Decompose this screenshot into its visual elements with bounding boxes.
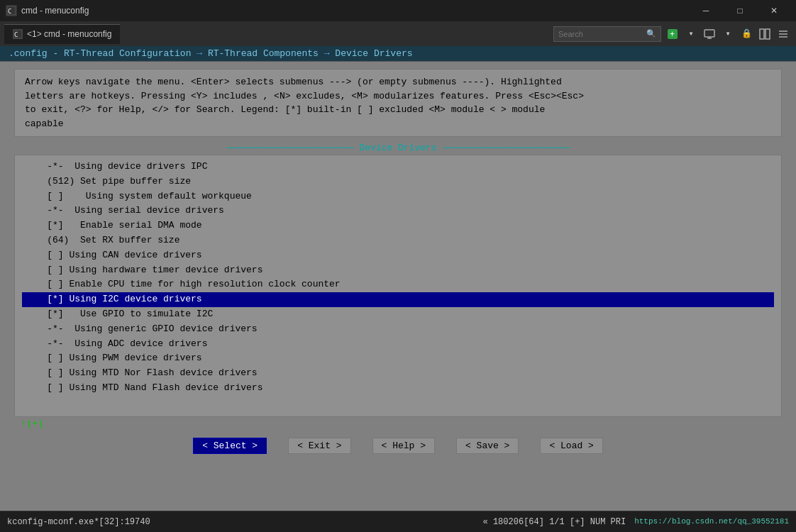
add-button[interactable]: +: [664, 26, 681, 43]
menu-item[interactable]: [*] Enable serial DMA mode: [22, 218, 774, 233]
close-button[interactable]: ✕: [758, 0, 790, 21]
search-bar[interactable]: 🔍: [553, 26, 661, 42]
drivers-text: Device Drivers: [335, 48, 412, 59]
app-icon: C: [6, 5, 17, 16]
status-bar: kconfig-mconf.exe*[32]:19740 « 180206[64…: [0, 511, 796, 532]
info-line2: letters are hotkeys. Pressing <Y> includ…: [25, 89, 771, 104]
toolbar-icons: + ▾ ▾ 🔒: [664, 26, 792, 43]
svg-text:C: C: [8, 8, 11, 15]
info-line1: Arrow keys navigate the menu. <Enter> se…: [25, 75, 771, 89]
status-left: kconfig-mconf.exe*[32]:19740: [7, 517, 150, 527]
window-title: cmd - menuconfig: [21, 6, 89, 16]
pressing-text: Pressing: [141, 91, 185, 101]
menu-item[interactable]: -*- Using ADC device drivers: [22, 337, 774, 352]
minimize-button[interactable]: ─: [690, 0, 722, 21]
breadcrumb: .config - RT-Thread Configuration → RT-T…: [0, 46, 796, 62]
menu-item[interactable]: [ ] Using MTD Nor Flash device drivers: [22, 366, 774, 381]
svg-text:C: C: [14, 31, 18, 38]
tab-label: <1> cmd - menuconfig: [27, 29, 111, 39]
title-bar: C cmd - menuconfig ─ □ ✕: [0, 0, 796, 21]
svg-rect-6: [704, 30, 714, 37]
monitor-dropdown[interactable]: ▾: [719, 26, 736, 43]
menu-item[interactable]: [ ] Using MTD Nand Flash device drivers: [22, 381, 774, 396]
breadcrumb-arrow2: →: [324, 48, 336, 59]
menu-item[interactable]: [*] Using I2C device drivers: [22, 292, 774, 307]
menu-item[interactable]: [*] Use GPIO to simulate I2C: [22, 307, 774, 322]
terminal-content: Arrow keys navigate the menu. <Enter> se…: [0, 62, 796, 511]
menu-item[interactable]: (64) Set RX buffer size: [22, 233, 774, 248]
layout-icon[interactable]: [756, 26, 773, 43]
menu-item[interactable]: [ ] Using hardware timer device drivers: [22, 263, 774, 278]
search-icon: 🔍: [646, 29, 656, 38]
help-button[interactable]: < Help >: [372, 438, 435, 454]
info-line4: capable: [25, 117, 771, 131]
dialog-title-line: ─────────────────────── Device Drivers ─…: [14, 143, 782, 153]
svg-rect-10: [765, 29, 770, 39]
dialog-title: Device Drivers: [359, 143, 436, 153]
info-line3: to exit, <?> for Help, </> for Search. L…: [25, 103, 771, 117]
menu-item[interactable]: [ ] Using PWM device drivers: [22, 351, 774, 366]
lock-icon: 🔒: [738, 26, 755, 43]
monitor-icon[interactable]: [701, 26, 718, 43]
svg-text:+: +: [670, 29, 675, 39]
exit-button[interactable]: < Exit >: [288, 438, 350, 454]
menu-icon[interactable]: [775, 26, 792, 43]
main-area: .config - RT-Thread Configuration → RT-T…: [0, 46, 796, 511]
button-bar: < Select > < Exit > < Help > < Save > < …: [14, 431, 782, 461]
tab-bar: C <1> cmd - menuconfig 🔍 + ▾ ▾ 🔒: [0, 21, 796, 46]
menu-item[interactable]: (512) Set pipe buffer size: [22, 174, 774, 189]
menu-item[interactable]: -*- Using serial device drivers: [22, 204, 774, 218]
svg-rect-9: [760, 29, 764, 39]
title-bar-controls: ─ □ ✕: [690, 0, 790, 21]
menu-item[interactable]: -*- Using generic GPIO device drivers: [22, 322, 774, 337]
includes-text: includes ,: [213, 91, 268, 101]
status-url: https://blog.csdn.net/qq_39552181: [634, 517, 789, 527]
menu-item[interactable]: [ ] Using system default workqueue: [22, 189, 774, 204]
dropdown-arrow[interactable]: ▾: [682, 26, 700, 43]
menu-item[interactable]: [ ] Using CAN device drivers: [22, 248, 774, 263]
info-box: Arrow keys navigate the menu. <Enter> se…: [14, 69, 782, 137]
status-coords: « 180206[64] 1/1 [+] NUM PRI: [483, 517, 626, 527]
save-button[interactable]: < Save >: [456, 438, 519, 454]
menu-item[interactable]: [ ] Enable CPU time for high resolution …: [22, 277, 774, 292]
tab-icon: C: [13, 29, 23, 39]
menu-item[interactable]: -*- Using device drivers IPC: [22, 160, 774, 174]
components-text: RT-Thread Components: [208, 48, 319, 59]
select-button[interactable]: < Select >: [193, 438, 267, 454]
tab-cmd-menuconfig[interactable]: C <1> cmd - menuconfig: [4, 24, 120, 44]
search-input[interactable]: [558, 30, 643, 38]
menu-box[interactable]: -*- Using device drivers IPC (512) Set p…: [14, 155, 782, 417]
status-right: « 180206[64] 1/1 [+] NUM PRI https://blo…: [483, 517, 789, 527]
menu-scroll-indicator: ↑(+): [14, 417, 782, 431]
config-text: .config - RT-Thread Configuration: [9, 48, 191, 59]
press-text: Press: [495, 91, 523, 101]
maximize-button[interactable]: □: [724, 0, 756, 21]
load-button[interactable]: < Load >: [540, 438, 602, 454]
breadcrumb-arrow1: →: [197, 48, 208, 59]
title-bar-left: C cmd - menuconfig: [6, 5, 89, 16]
